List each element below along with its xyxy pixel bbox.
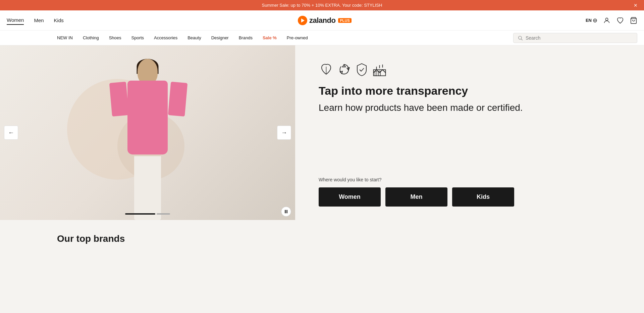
search-input[interactable] [526,35,633,41]
svg-line-6 [521,39,523,40]
transparency-icons [319,62,624,77]
search-icon [518,35,523,41]
svg-rect-7 [285,210,286,213]
svg-point-3 [605,18,608,20]
cat-link-beauty[interactable]: Beauty [187,35,201,40]
svg-rect-8 [286,210,287,213]
hero-section: ← → [0,45,644,220]
hero-progress [125,213,170,215]
cart-button[interactable] [630,17,637,24]
language-label: EN [586,18,592,23]
cat-link-sports[interactable]: Sports [131,35,144,40]
pause-icon [284,210,288,214]
category-buttons: Women Men Kids [319,187,624,207]
nav-icons-right: EN [586,17,637,24]
hero-model-figure [101,59,195,220]
cat-link-brands[interactable]: Brands [239,35,253,40]
nav-link-women[interactable]: Women [7,16,24,25]
leaf-icon [319,62,334,77]
nav-link-men[interactable]: Men [34,16,44,25]
nav-link-kids[interactable]: Kids [54,16,64,25]
shield-icon [354,62,369,77]
hero-main-title: Tap into more transparency [319,84,624,98]
factory-icon [372,62,387,77]
svg-point-5 [519,36,522,39]
announcement-close-button[interactable]: × [634,2,637,8]
heart-icon [616,17,624,24]
hero-content: Tap into more transparency Learn how pro… [295,45,644,220]
logo-text: zalando [309,16,335,25]
logo-center: zalando PLUS [64,16,586,25]
cat-link-designer[interactable]: Designer [211,35,229,40]
hero-prev-button[interactable]: ← [4,126,18,140]
progress-bar-1 [125,213,155,215]
where-start-text: Where would you like to start? [319,177,624,182]
nav-links-left: Women Men Kids [7,16,64,25]
user-icon [603,17,610,24]
progress-bar-2 [157,213,170,215]
hero-next-icon: → [281,129,287,136]
brands-section: Our top brands [0,220,644,251]
cat-link-new-in[interactable]: NEW IN [57,35,73,40]
announcement-bar: Summer Sale: up to 70% + 10% EXTRA. Your… [0,0,644,10]
logo-plus-badge: PLUS [338,18,351,23]
category-button-men[interactable]: Men [385,187,447,207]
hero-next-button[interactable]: → [277,126,291,140]
category-button-kids[interactable]: Kids [452,187,514,207]
svg-rect-11 [375,71,377,76]
globe-icon [593,18,597,23]
search-bar[interactable] [513,33,637,43]
cat-link-shoes[interactable]: Shoes [109,35,121,40]
announcement-text: Summer Sale: up to 70% + 10% EXTRA. Your… [262,3,382,8]
cat-link-pre-owned[interactable]: Pre-owned [287,35,308,40]
hero-pause-button[interactable] [281,207,291,217]
hero-bottom: Where would you like to start? Women Men… [319,177,624,207]
cat-link-sale[interactable]: Sale % [263,35,277,40]
wishlist-button[interactable] [616,17,624,24]
category-nav: NEW IN Clothing Shoes Sports Accessories… [0,31,644,45]
category-button-women[interactable]: Women [319,187,381,207]
hero-image-container: ← → [0,45,295,220]
brands-title: Our top brands [57,233,637,244]
logo-wrapper[interactable]: zalando PLUS [298,16,352,25]
hero-subtitle: Learn how products have been made or cer… [319,101,624,114]
user-account-button[interactable] [603,17,610,24]
main-nav: Women Men Kids zalando PLUS EN [0,10,644,31]
cat-link-clothing[interactable]: Clothing [83,35,99,40]
recycle-icon [336,62,352,77]
cat-link-accessories[interactable]: Accessories [154,35,177,40]
cart-icon [630,17,637,24]
language-button[interactable]: EN [586,18,597,23]
hero-prev-icon: ← [8,129,14,136]
logo-play-icon [298,16,307,25]
